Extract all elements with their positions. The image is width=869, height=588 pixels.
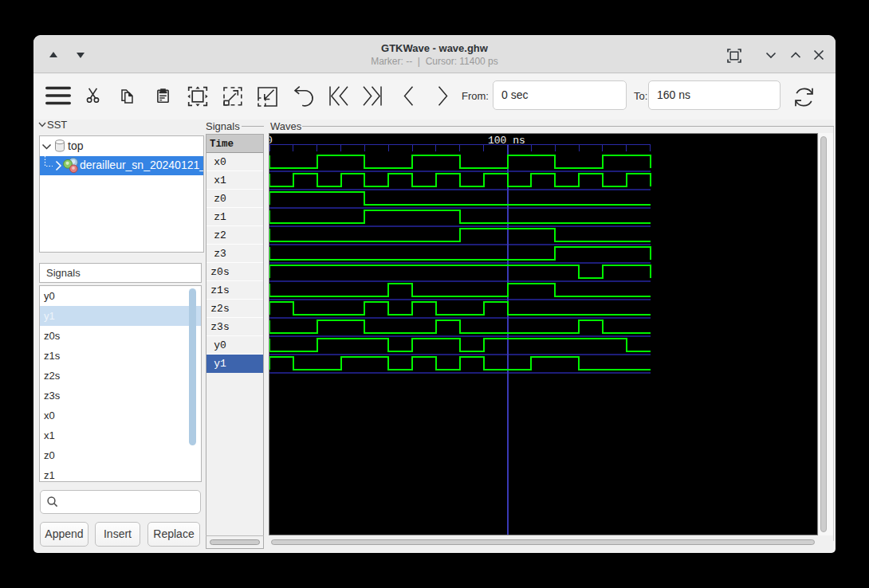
svg-text:100 ns: 100 ns	[488, 135, 525, 147]
svg-text:0: 0	[269, 135, 273, 147]
